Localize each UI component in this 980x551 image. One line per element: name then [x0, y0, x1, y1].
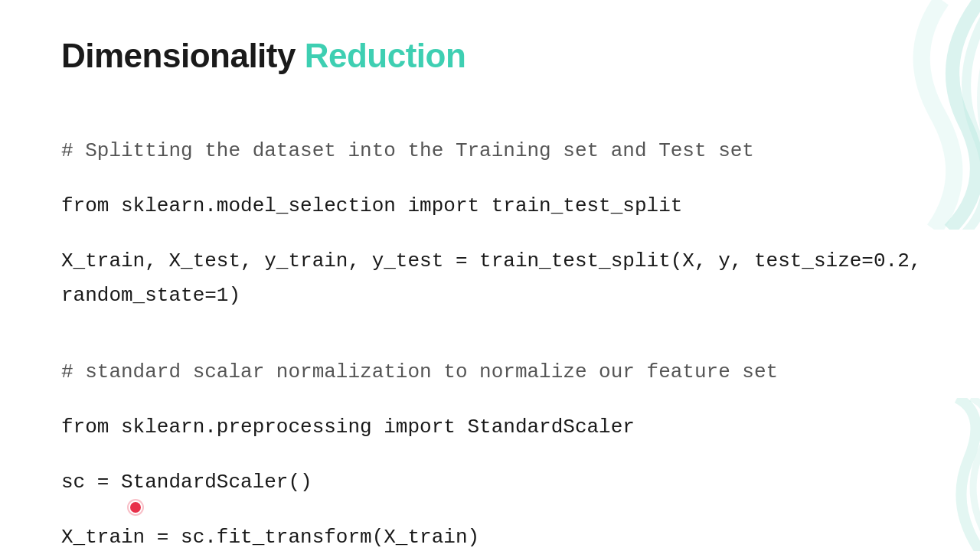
code-line-8: X_train = sc.fit_transform(X_train) [61, 520, 919, 551]
empty-line-6 [61, 444, 919, 465]
code-line-5: # standard scalar normalization to norma… [61, 355, 919, 389]
title-part2: Reduction [305, 37, 466, 74]
code-line-3: X_train, X_test, y_train, y_test = train… [61, 244, 919, 278]
empty-line-2 [61, 223, 919, 244]
code-line-2: from sklearn.model_selection import trai… [61, 189, 919, 223]
empty-line-4 [61, 334, 919, 355]
empty-line-5 [61, 389, 919, 410]
code-area: # Splitting the dataset into the Trainin… [61, 134, 919, 551]
code-block: # Splitting the dataset into the Trainin… [61, 134, 919, 551]
title-text: Dimensionality Reduction [61, 37, 466, 74]
code-line-1: # Splitting the dataset into the Trainin… [61, 134, 919, 168]
code-line-7: sc = StandardScaler() [61, 465, 919, 499]
empty-line-1 [61, 168, 919, 189]
title-part1: Dimensionality [61, 37, 305, 74]
cursor-dot [129, 500, 142, 514]
code-line-4: random_state=1) [61, 279, 919, 312]
slide: Dimensionality Reduction # Splitting the… [0, 0, 980, 551]
empty-line-7 [61, 499, 919, 520]
slide-title: Dimensionality Reduction [61, 37, 466, 75]
empty-line-3 [61, 312, 919, 334]
code-line-6: from sklearn.preprocessing import Standa… [61, 410, 919, 444]
